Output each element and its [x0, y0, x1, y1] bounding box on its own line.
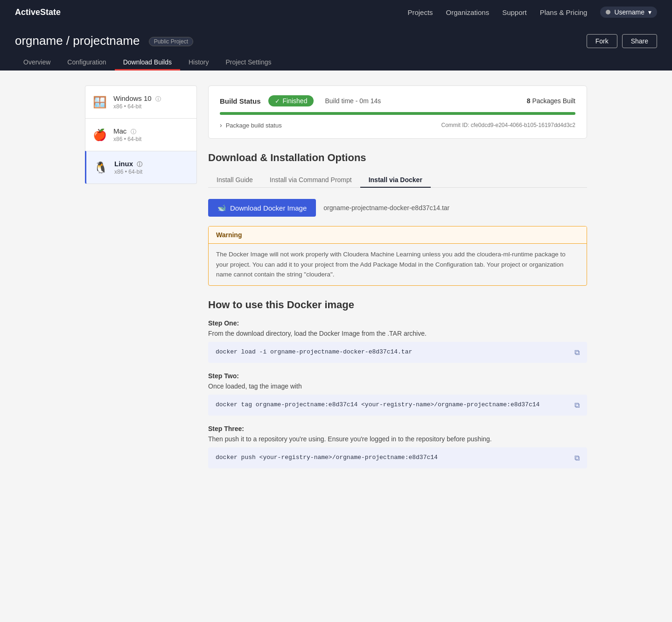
- windows-info: Windows 10 ⓘ x86 • 64-bit: [113, 94, 161, 110]
- how-to-section: How to use this Docker image Step One: F…: [208, 299, 587, 468]
- windows-info-icon[interactable]: ⓘ: [155, 96, 161, 102]
- step-three-code-text: docker push <your-registry-name>/orgname…: [216, 453, 570, 463]
- section-title: Download & Installation Options: [208, 152, 587, 164]
- copy-icon-step-two[interactable]: ⧉: [574, 401, 580, 410]
- docker-whale-icon: 🐋: [217, 204, 226, 212]
- user-menu[interactable]: Username ▾: [600, 7, 657, 18]
- plans-pricing-link[interactable]: Plans & Pricing: [540, 8, 588, 16]
- tab-project-settings[interactable]: Project Settings: [217, 54, 280, 71]
- build-status-row: Build Status ✓ Finished Build time - 0m …: [220, 95, 575, 106]
- mac-info: Mac ⓘ x86 • 64-bit: [113, 127, 141, 142]
- step-two-title: Step Two:: [208, 372, 587, 380]
- build-status-card: Build Status ✓ Finished Build time - 0m …: [208, 85, 587, 139]
- commit-id: Commit ID: cfe0dcd9-e204-4066-b105-16197…: [441, 122, 575, 128]
- step-one-code: docker load -i orgname-projectname-docke…: [208, 342, 587, 363]
- build-time: Build time - 0m 14s: [325, 97, 381, 105]
- warning-box: Warning The Docker Image will not work p…: [208, 226, 587, 286]
- install-tabs: Install Guide Install via Command Prompt…: [208, 172, 587, 188]
- step-one: Step One: From the download directory, l…: [208, 319, 587, 363]
- step-three: Step Three: Then push it to a repository…: [208, 425, 587, 468]
- linux-icon: 🐧: [94, 161, 108, 174]
- username-label: Username: [614, 8, 644, 16]
- sidebar-item-mac[interactable]: 🍎 Mac ⓘ x86 • 64-bit: [85, 118, 197, 151]
- windows-arch: x86 • 64-bit: [113, 103, 161, 110]
- step-two-desc: Once loaded, tag the image with: [208, 382, 587, 390]
- progress-fill: [220, 112, 575, 115]
- org-name[interactable]: orgname: [15, 34, 63, 48]
- navbar-links: Projects Organizations Support Plans & P…: [407, 8, 587, 16]
- organizations-link[interactable]: Organizations: [446, 8, 490, 16]
- tab-overview[interactable]: Overview: [15, 54, 59, 71]
- navbar: ActiveState Projects Organizations Suppo…: [0, 0, 672, 24]
- packages-built: 8 Packages Built: [527, 97, 575, 105]
- mac-icon: 🍎: [93, 128, 107, 141]
- tab-install-command[interactable]: Install via Command Prompt: [261, 172, 360, 187]
- check-icon: ✓: [275, 98, 280, 105]
- public-badge: Public Project: [149, 37, 193, 46]
- package-build-row: › Package build status Commit ID: cfe0dc…: [220, 121, 575, 129]
- chevron-right-icon[interactable]: ›: [220, 121, 222, 129]
- projects-link[interactable]: Projects: [407, 8, 433, 16]
- linux-info: Linux ⓘ x86 • 64-bit: [114, 160, 142, 175]
- build-status-label: Build Status: [220, 97, 261, 105]
- content-area: Build Status ✓ Finished Build time - 0m …: [208, 85, 587, 478]
- download-row: 🐋 Download Docker Image orgname-projectn…: [208, 199, 587, 217]
- package-build-status-label[interactable]: Package build status: [226, 122, 282, 129]
- main-content: 🪟 Windows 10 ⓘ x86 • 64-bit 🍎 Mac ⓘ x86 …: [70, 71, 602, 493]
- project-title-row: orgname / projectname Public Project For…: [15, 34, 657, 48]
- user-avatar-dot: [606, 10, 610, 14]
- step-one-code-text: docker load -i orgname-projectname-docke…: [216, 347, 570, 357]
- tab-configuration[interactable]: Configuration: [59, 54, 114, 71]
- windows-icon: 🪟: [93, 96, 107, 109]
- tab-history[interactable]: History: [180, 54, 217, 71]
- step-one-desc: From the download directory, load the Do…: [208, 330, 587, 337]
- tab-install-guide[interactable]: Install Guide: [208, 172, 261, 187]
- progress-bar: [220, 112, 575, 115]
- slash-separator: /: [66, 34, 73, 48]
- linux-arch: x86 • 64-bit: [114, 169, 142, 175]
- project-header: orgname / projectname Public Project For…: [0, 24, 672, 71]
- project-actions: Fork Share: [587, 34, 657, 48]
- sidebar-item-linux[interactable]: 🐧 Linux ⓘ x86 • 64-bit: [85, 151, 197, 184]
- brand: ActiveState: [15, 7, 61, 17]
- project-name: projectname: [73, 34, 140, 48]
- project-title: orgname / projectname Public Project: [15, 34, 193, 48]
- step-one-title: Step One:: [208, 319, 587, 327]
- download-section: Download & Installation Options Install …: [208, 152, 587, 286]
- finished-badge: ✓ Finished: [268, 95, 314, 106]
- project-tabs: Overview Configuration Download Builds H…: [15, 54, 657, 71]
- linux-info-icon[interactable]: ⓘ: [137, 161, 142, 168]
- tab-install-docker[interactable]: Install via Docker: [360, 172, 431, 187]
- step-three-desc: Then push it to a repository you're usin…: [208, 435, 587, 443]
- warning-header: Warning: [209, 226, 587, 244]
- step-three-title: Step Three:: [208, 425, 587, 432]
- step-two-code: docker tag orgname-projectname:e8d37c14 …: [208, 395, 587, 416]
- copy-icon-step-one[interactable]: ⧉: [574, 348, 580, 357]
- sidebar: 🪟 Windows 10 ⓘ x86 • 64-bit 🍎 Mac ⓘ x86 …: [85, 85, 197, 478]
- support-link[interactable]: Support: [502, 8, 527, 16]
- share-button[interactable]: Share: [622, 34, 657, 48]
- sidebar-item-windows[interactable]: 🪟 Windows 10 ⓘ x86 • 64-bit: [85, 85, 197, 119]
- download-filename: orgname-projectname-docker-e8d37c14.tar: [323, 204, 449, 212]
- fork-button[interactable]: Fork: [587, 34, 617, 48]
- copy-icon-step-three[interactable]: ⧉: [574, 454, 580, 463]
- chevron-down-icon: ▾: [648, 8, 651, 16]
- step-two: Step Two: Once loaded, tag the image wit…: [208, 372, 587, 416]
- warning-body: The Docker Image will not work properly …: [209, 244, 587, 285]
- how-to-title: How to use this Docker image: [208, 299, 587, 311]
- download-docker-button[interactable]: 🐋 Download Docker Image: [208, 199, 316, 217]
- mac-arch: x86 • 64-bit: [113, 136, 141, 142]
- step-three-code: docker push <your-registry-name>/orgname…: [208, 447, 587, 468]
- step-two-code-text: docker tag orgname-projectname:e8d37c14 …: [216, 400, 570, 410]
- mac-info-icon[interactable]: ⓘ: [131, 128, 136, 135]
- tab-download-builds[interactable]: Download Builds: [115, 54, 180, 71]
